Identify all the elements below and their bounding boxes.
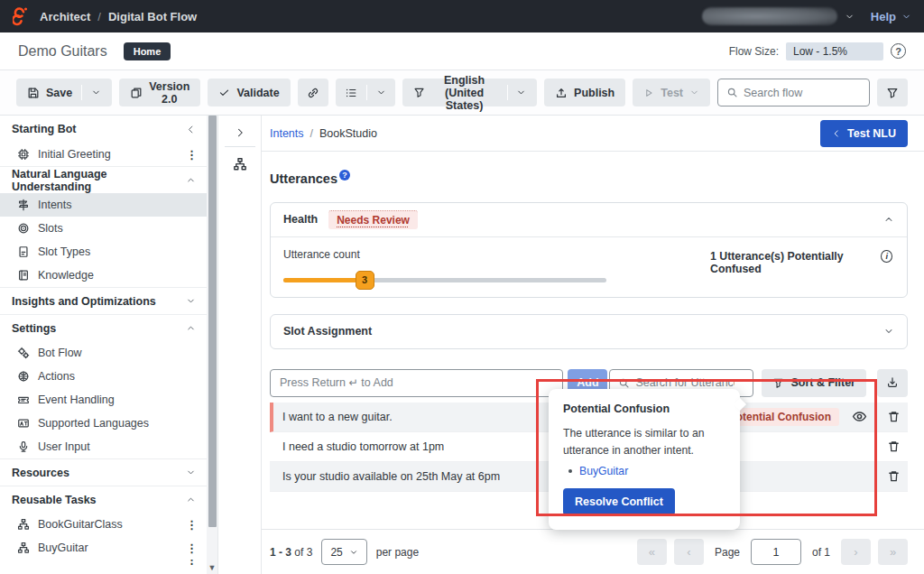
- app-title: Architect: [40, 10, 90, 23]
- breadcrumb: Architect / Digital Bot Flow: [40, 10, 197, 23]
- actions-globe-icon: [17, 370, 30, 383]
- kebab-menu-icon[interactable]: ⋮: [186, 518, 198, 532]
- version-button[interactable]: Version 2.0: [119, 79, 200, 106]
- info-circle-icon[interactable]: i: [881, 250, 892, 263]
- sidebar-item-slot-types[interactable]: Slot Types: [0, 240, 207, 264]
- trash-icon[interactable]: [887, 469, 901, 483]
- page-number-input[interactable]: [751, 539, 801, 565]
- bot-flow-gears-icon: [17, 347, 30, 359]
- slot-assignment-panel[interactable]: Slot Assignment: [270, 314, 908, 349]
- needs-review-badge[interactable]: Needs Review: [328, 210, 418, 229]
- publish-button[interactable]: Publish: [544, 79, 625, 106]
- chevron-down-icon[interactable]: [186, 468, 196, 477]
- health-label: Health: [283, 213, 318, 226]
- kebab-menu-icon[interactable]: ⋮: [186, 148, 198, 162]
- chevron-down-icon[interactable]: [516, 88, 526, 97]
- kebab-menu-icon: ⋮: [186, 560, 198, 567]
- link-button[interactable]: [298, 79, 328, 106]
- page-size-select[interactable]: 25: [321, 539, 366, 565]
- sidebar-item-bookguitarclass[interactable]: BookGuitarClass ⋮: [0, 513, 207, 536]
- range-text: 1 - 3: [270, 546, 291, 559]
- chevron-down-icon[interactable]: [186, 296, 196, 306]
- import-utterances-button[interactable]: [877, 369, 908, 397]
- sidebar-section-insights[interactable]: Insights and Optimizations: [0, 287, 207, 314]
- help-icon[interactable]: ?: [339, 170, 350, 181]
- buyguitar-link[interactable]: BuyGuitar: [579, 465, 628, 477]
- sidebar-item-initial-greeting[interactable]: Initial Greeting ⋮: [0, 143, 207, 166]
- list-view-button[interactable]: [336, 79, 395, 106]
- sidebar-item-actions[interactable]: Actions: [0, 365, 207, 388]
- chevron-down-icon[interactable]: [91, 88, 101, 97]
- chevron-left-icon[interactable]: [186, 125, 196, 134]
- sidebar-section-resources[interactable]: Resources: [0, 458, 207, 486]
- chevron-up-icon[interactable]: [186, 175, 196, 185]
- sidebar-section-reusable-tasks[interactable]: Reusable Tasks: [0, 486, 207, 513]
- sidebar-section-settings[interactable]: Settings: [0, 314, 207, 341]
- language-selector[interactable]: English (United States): [402, 79, 537, 106]
- sidebar-item-knowledge[interactable]: Knowledge: [0, 264, 207, 287]
- sidebar-section-nlu[interactable]: Natural Language Understanding: [0, 166, 207, 193]
- sidebar-item-intents[interactable]: Intents: [0, 193, 207, 217]
- utterance-count-label: Utterance count: [283, 248, 606, 261]
- resolve-conflict-button[interactable]: Resolve Conflict: [563, 488, 675, 515]
- kebab-menu-icon[interactable]: ⋮: [186, 542, 198, 555]
- utterance-count-slider[interactable]: 3: [283, 278, 606, 282]
- play-icon: [643, 88, 654, 98]
- sidebar-item-bot-flow[interactable]: Bot Flow: [0, 341, 207, 365]
- chevron-up-icon[interactable]: [186, 495, 196, 505]
- validate-button[interactable]: Validate: [208, 79, 290, 106]
- question-circle-icon[interactable]: ?: [891, 43, 906, 59]
- test-button[interactable]: Test: [633, 79, 710, 106]
- chevron-up-icon[interactable]: [883, 214, 894, 225]
- utterance-search-input[interactable]: [635, 376, 735, 389]
- sidebar-item-event-handling[interactable]: Event Handling: [0, 388, 207, 412]
- add-utterance-input[interactable]: [270, 369, 563, 397]
- chevron-down-icon[interactable]: [376, 88, 386, 97]
- potential-confusion-popup: Potential Confusion The utterance is sim…: [549, 389, 740, 530]
- bullet: [568, 469, 572, 473]
- sidebar-item-buyguitar[interactable]: BuyGuitar ⋮: [0, 536, 207, 560]
- breadcrumb-intents-link[interactable]: Intents: [270, 127, 304, 140]
- chevron-down-icon: [901, 12, 911, 22]
- eye-icon[interactable]: [852, 409, 867, 424]
- knowledge-book-icon: [17, 269, 30, 282]
- last-page-button[interactable]: »: [878, 539, 908, 565]
- top-bar: Architect / Digital Bot Flow Help: [0, 0, 924, 32]
- chevron-left-icon: [832, 129, 841, 138]
- scrollbar-down-arrow[interactable]: ▼: [207, 563, 217, 572]
- flow-search[interactable]: [717, 79, 870, 106]
- flow-filter-button[interactable]: [877, 79, 908, 106]
- sidebar-item-slots[interactable]: Slots: [0, 217, 207, 240]
- link-icon: [307, 87, 319, 99]
- funnel-icon: [772, 377, 784, 389]
- trash-icon[interactable]: [887, 410, 901, 423]
- test-nlu-button[interactable]: Test NLU: [820, 120, 908, 147]
- sidebar-item-user-input[interactable]: User Input: [0, 435, 207, 458]
- sort-filter-button[interactable]: Sort & Filter: [762, 369, 866, 397]
- sidebar-item-partial: ⋮: [0, 560, 207, 567]
- chevron-right-icon[interactable]: [227, 124, 253, 146]
- first-page-button[interactable]: «: [637, 539, 667, 565]
- sidebar-item-supported-languages[interactable]: Supported Languages: [0, 412, 207, 435]
- intent-breadcrumb: Intents / BookStudio: [270, 127, 377, 140]
- editor-toolbar: Save Version 2.0 Validate English (Unite…: [0, 70, 924, 116]
- sitemap-icon[interactable]: [233, 157, 247, 171]
- trash-icon[interactable]: [887, 440, 901, 453]
- sidebar-section-starting-bot[interactable]: Starting Bot: [0, 116, 207, 143]
- save-button[interactable]: Save: [16, 79, 112, 106]
- popup-title: Potential Confusion: [563, 403, 725, 415]
- download-icon: [886, 376, 899, 389]
- slider-thumb[interactable]: 3: [356, 271, 374, 290]
- chevron-down-icon: [689, 88, 699, 97]
- chevron-up-icon[interactable]: [186, 323, 196, 333]
- sidebar-scrollbar[interactable]: ▼: [207, 116, 217, 574]
- scrollbar-thumb[interactable]: [208, 116, 217, 527]
- next-page-button[interactable]: ›: [841, 539, 871, 565]
- prev-page-button[interactable]: ‹: [674, 539, 704, 565]
- funnel-icon: [886, 87, 899, 99]
- flow-name: Demo Guitars: [18, 43, 107, 60]
- help-menu[interactable]: Help: [871, 10, 911, 23]
- flow-search-input[interactable]: [744, 87, 861, 99]
- chevron-down-icon[interactable]: [883, 326, 894, 337]
- user-menu[interactable]: [702, 7, 855, 25]
